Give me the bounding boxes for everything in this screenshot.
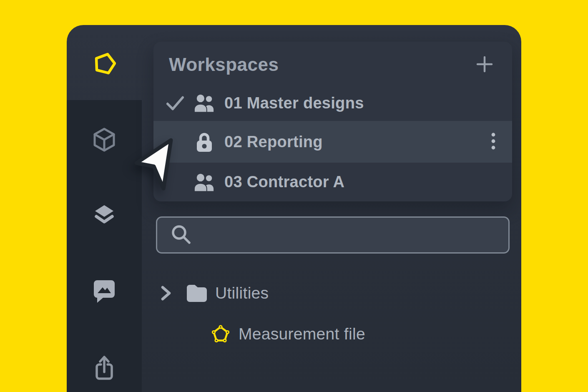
measurement-pentagon-icon: [210, 324, 231, 344]
sidebar-item-media-comments[interactable]: [67, 280, 142, 304]
workspace-label: 02 Reporting: [224, 133, 323, 151]
check-icon: [166, 95, 184, 111]
workspace-row-master-designs[interactable]: 01 Master designs: [153, 85, 512, 121]
workspace-row-reporting-selected[interactable]: 02 Reporting: [153, 121, 512, 163]
share-export-icon: [94, 354, 114, 382]
chevron-right-icon: [160, 285, 172, 301]
cube-3d-icon: [93, 128, 115, 153]
team-icon: [194, 173, 215, 191]
pentagon-logo-icon: [93, 52, 116, 76]
app-logo[interactable]: [67, 51, 142, 76]
file-label: Measurement file: [239, 325, 365, 343]
app-panel: Workspaces: [67, 25, 521, 392]
layers-icon: [94, 204, 115, 226]
team-icon: [194, 94, 215, 112]
workspace-label: 03 Contractor A: [224, 173, 344, 191]
app-background: Workspaces: [0, 0, 588, 392]
image-bubble-icon: [93, 279, 116, 305]
sidebar-item-share[interactable]: [67, 355, 142, 381]
mouse-cursor-arrow-icon: [130, 134, 177, 196]
add-workspace-button[interactable]: [474, 54, 495, 75]
plus-icon: [476, 56, 493, 74]
search-field[interactable]: [156, 216, 510, 254]
sidebar-item-layers[interactable]: [67, 204, 142, 225]
folder-label: Utilities: [215, 284, 269, 302]
search-icon: [171, 224, 191, 246]
lock-icon: [194, 131, 215, 152]
kebab-menu-icon: [491, 132, 496, 152]
workspaces-panel: Workspaces: [153, 42, 512, 201]
workspace-options-button[interactable]: [488, 131, 498, 153]
tree-folder-utilities[interactable]: Utilities: [160, 280, 269, 306]
workspaces-header: Workspaces: [153, 42, 512, 85]
search-input[interactable]: [201, 226, 498, 244]
workspaces-title: Workspaces: [169, 54, 279, 75]
workspace-row-contractor-a[interactable]: 03 Contractor A: [153, 163, 512, 201]
folder-icon: [187, 284, 207, 302]
workspace-label: 01 Master designs: [224, 94, 364, 112]
tree-file-measurement[interactable]: Measurement file: [210, 322, 365, 346]
